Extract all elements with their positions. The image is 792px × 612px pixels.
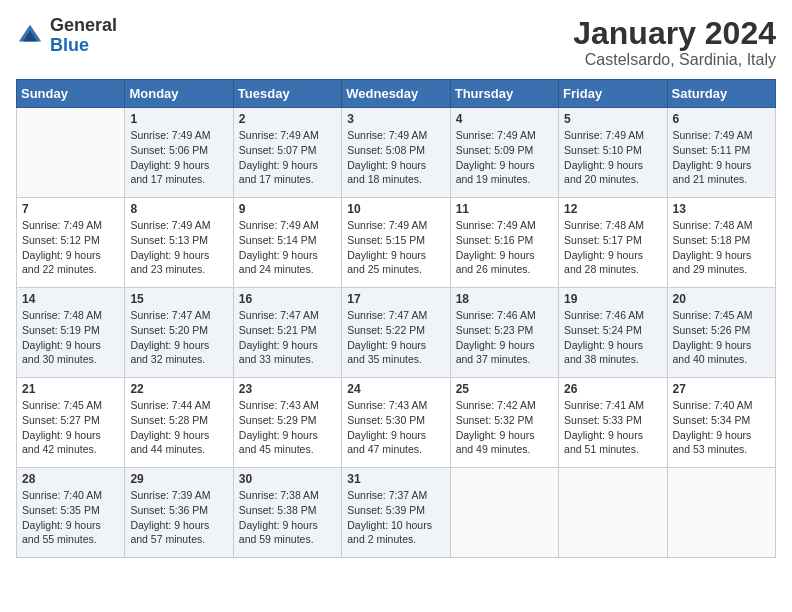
day-info-12: Sunrise: 7:48 AMSunset: 5:17 PMDaylight:… — [564, 218, 661, 277]
cell-w2-d5: 11Sunrise: 7:49 AMSunset: 5:16 PMDayligh… — [450, 198, 558, 288]
cell-w4-d7: 27Sunrise: 7:40 AMSunset: 5:34 PMDayligh… — [667, 378, 775, 468]
logo-text: General Blue — [50, 16, 117, 56]
day-number-19: 19 — [564, 292, 661, 306]
day-info-4: Sunrise: 7:49 AMSunset: 5:09 PMDaylight:… — [456, 128, 553, 187]
cell-w4-d5: 25Sunrise: 7:42 AMSunset: 5:32 PMDayligh… — [450, 378, 558, 468]
day-info-2: Sunrise: 7:49 AMSunset: 5:07 PMDaylight:… — [239, 128, 336, 187]
cell-w3-d4: 17Sunrise: 7:47 AMSunset: 5:22 PMDayligh… — [342, 288, 450, 378]
day-number-28: 28 — [22, 472, 119, 486]
cell-w2-d3: 9Sunrise: 7:49 AMSunset: 5:14 PMDaylight… — [233, 198, 341, 288]
cell-w5-d7 — [667, 468, 775, 558]
day-info-7: Sunrise: 7:49 AMSunset: 5:12 PMDaylight:… — [22, 218, 119, 277]
cell-w4-d2: 22Sunrise: 7:44 AMSunset: 5:28 PMDayligh… — [125, 378, 233, 468]
day-number-14: 14 — [22, 292, 119, 306]
cell-w4-d1: 21Sunrise: 7:45 AMSunset: 5:27 PMDayligh… — [17, 378, 125, 468]
day-info-13: Sunrise: 7:48 AMSunset: 5:18 PMDaylight:… — [673, 218, 770, 277]
cell-w1-d3: 2Sunrise: 7:49 AMSunset: 5:07 PMDaylight… — [233, 108, 341, 198]
header-thursday: Thursday — [450, 80, 558, 108]
cell-w1-d1 — [17, 108, 125, 198]
day-number-3: 3 — [347, 112, 444, 126]
day-info-23: Sunrise: 7:43 AMSunset: 5:29 PMDaylight:… — [239, 398, 336, 457]
day-number-1: 1 — [130, 112, 227, 126]
day-number-27: 27 — [673, 382, 770, 396]
day-number-30: 30 — [239, 472, 336, 486]
header-monday: Monday — [125, 80, 233, 108]
day-info-21: Sunrise: 7:45 AMSunset: 5:27 PMDaylight:… — [22, 398, 119, 457]
header-wednesday: Wednesday — [342, 80, 450, 108]
day-number-12: 12 — [564, 202, 661, 216]
day-info-17: Sunrise: 7:47 AMSunset: 5:22 PMDaylight:… — [347, 308, 444, 367]
day-info-24: Sunrise: 7:43 AMSunset: 5:30 PMDaylight:… — [347, 398, 444, 457]
day-number-4: 4 — [456, 112, 553, 126]
day-number-2: 2 — [239, 112, 336, 126]
day-info-6: Sunrise: 7:49 AMSunset: 5:11 PMDaylight:… — [673, 128, 770, 187]
header-friday: Friday — [559, 80, 667, 108]
cell-w4-d4: 24Sunrise: 7:43 AMSunset: 5:30 PMDayligh… — [342, 378, 450, 468]
week-row-1: 1Sunrise: 7:49 AMSunset: 5:06 PMDaylight… — [17, 108, 776, 198]
week-row-3: 14Sunrise: 7:48 AMSunset: 5:19 PMDayligh… — [17, 288, 776, 378]
cell-w2-d1: 7Sunrise: 7:49 AMSunset: 5:12 PMDaylight… — [17, 198, 125, 288]
day-info-25: Sunrise: 7:42 AMSunset: 5:32 PMDaylight:… — [456, 398, 553, 457]
cell-w5-d1: 28Sunrise: 7:40 AMSunset: 5:35 PMDayligh… — [17, 468, 125, 558]
day-info-28: Sunrise: 7:40 AMSunset: 5:35 PMDaylight:… — [22, 488, 119, 547]
cell-w3-d5: 18Sunrise: 7:46 AMSunset: 5:23 PMDayligh… — [450, 288, 558, 378]
cell-w4-d3: 23Sunrise: 7:43 AMSunset: 5:29 PMDayligh… — [233, 378, 341, 468]
day-number-25: 25 — [456, 382, 553, 396]
logo-icon — [16, 22, 44, 50]
header-sunday: Sunday — [17, 80, 125, 108]
day-info-29: Sunrise: 7:39 AMSunset: 5:36 PMDaylight:… — [130, 488, 227, 547]
cell-w4-d6: 26Sunrise: 7:41 AMSunset: 5:33 PMDayligh… — [559, 378, 667, 468]
day-number-13: 13 — [673, 202, 770, 216]
cell-w5-d4: 31Sunrise: 7:37 AMSunset: 5:39 PMDayligh… — [342, 468, 450, 558]
page-header: General Blue January 2024 Castelsardo, S… — [16, 16, 776, 69]
cell-w1-d2: 1Sunrise: 7:49 AMSunset: 5:06 PMDaylight… — [125, 108, 233, 198]
cell-w3-d2: 15Sunrise: 7:47 AMSunset: 5:20 PMDayligh… — [125, 288, 233, 378]
week-row-5: 28Sunrise: 7:40 AMSunset: 5:35 PMDayligh… — [17, 468, 776, 558]
cell-w1-d4: 3Sunrise: 7:49 AMSunset: 5:08 PMDaylight… — [342, 108, 450, 198]
day-number-26: 26 — [564, 382, 661, 396]
day-info-10: Sunrise: 7:49 AMSunset: 5:15 PMDaylight:… — [347, 218, 444, 277]
day-info-20: Sunrise: 7:45 AMSunset: 5:26 PMDaylight:… — [673, 308, 770, 367]
day-number-18: 18 — [456, 292, 553, 306]
cell-w5-d5 — [450, 468, 558, 558]
cell-w1-d6: 5Sunrise: 7:49 AMSunset: 5:10 PMDaylight… — [559, 108, 667, 198]
day-number-29: 29 — [130, 472, 227, 486]
day-number-16: 16 — [239, 292, 336, 306]
day-info-30: Sunrise: 7:38 AMSunset: 5:38 PMDaylight:… — [239, 488, 336, 547]
day-number-17: 17 — [347, 292, 444, 306]
header-row: Sunday Monday Tuesday Wednesday Thursday… — [17, 80, 776, 108]
header-tuesday: Tuesday — [233, 80, 341, 108]
day-info-8: Sunrise: 7:49 AMSunset: 5:13 PMDaylight:… — [130, 218, 227, 277]
cell-w1-d5: 4Sunrise: 7:49 AMSunset: 5:09 PMDaylight… — [450, 108, 558, 198]
cell-w3-d6: 19Sunrise: 7:46 AMSunset: 5:24 PMDayligh… — [559, 288, 667, 378]
day-info-22: Sunrise: 7:44 AMSunset: 5:28 PMDaylight:… — [130, 398, 227, 457]
day-number-22: 22 — [130, 382, 227, 396]
cell-w3-d3: 16Sunrise: 7:47 AMSunset: 5:21 PMDayligh… — [233, 288, 341, 378]
title-area: January 2024 Castelsardo, Sardinia, Ital… — [573, 16, 776, 69]
subtitle: Castelsardo, Sardinia, Italy — [573, 51, 776, 69]
logo-blue: Blue — [50, 35, 89, 55]
main-title: January 2024 — [573, 16, 776, 51]
day-number-31: 31 — [347, 472, 444, 486]
day-info-26: Sunrise: 7:41 AMSunset: 5:33 PMDaylight:… — [564, 398, 661, 457]
day-number-24: 24 — [347, 382, 444, 396]
day-info-14: Sunrise: 7:48 AMSunset: 5:19 PMDaylight:… — [22, 308, 119, 367]
week-row-2: 7Sunrise: 7:49 AMSunset: 5:12 PMDaylight… — [17, 198, 776, 288]
cell-w2-d2: 8Sunrise: 7:49 AMSunset: 5:13 PMDaylight… — [125, 198, 233, 288]
day-info-1: Sunrise: 7:49 AMSunset: 5:06 PMDaylight:… — [130, 128, 227, 187]
day-number-10: 10 — [347, 202, 444, 216]
cell-w5-d3: 30Sunrise: 7:38 AMSunset: 5:38 PMDayligh… — [233, 468, 341, 558]
day-info-27: Sunrise: 7:40 AMSunset: 5:34 PMDaylight:… — [673, 398, 770, 457]
day-info-18: Sunrise: 7:46 AMSunset: 5:23 PMDaylight:… — [456, 308, 553, 367]
day-number-15: 15 — [130, 292, 227, 306]
day-number-8: 8 — [130, 202, 227, 216]
day-info-9: Sunrise: 7:49 AMSunset: 5:14 PMDaylight:… — [239, 218, 336, 277]
cell-w5-d2: 29Sunrise: 7:39 AMSunset: 5:36 PMDayligh… — [125, 468, 233, 558]
day-number-9: 9 — [239, 202, 336, 216]
day-number-20: 20 — [673, 292, 770, 306]
calendar-header: Sunday Monday Tuesday Wednesday Thursday… — [17, 80, 776, 108]
day-info-19: Sunrise: 7:46 AMSunset: 5:24 PMDaylight:… — [564, 308, 661, 367]
cell-w2-d6: 12Sunrise: 7:48 AMSunset: 5:17 PMDayligh… — [559, 198, 667, 288]
day-number-7: 7 — [22, 202, 119, 216]
day-info-5: Sunrise: 7:49 AMSunset: 5:10 PMDaylight:… — [564, 128, 661, 187]
